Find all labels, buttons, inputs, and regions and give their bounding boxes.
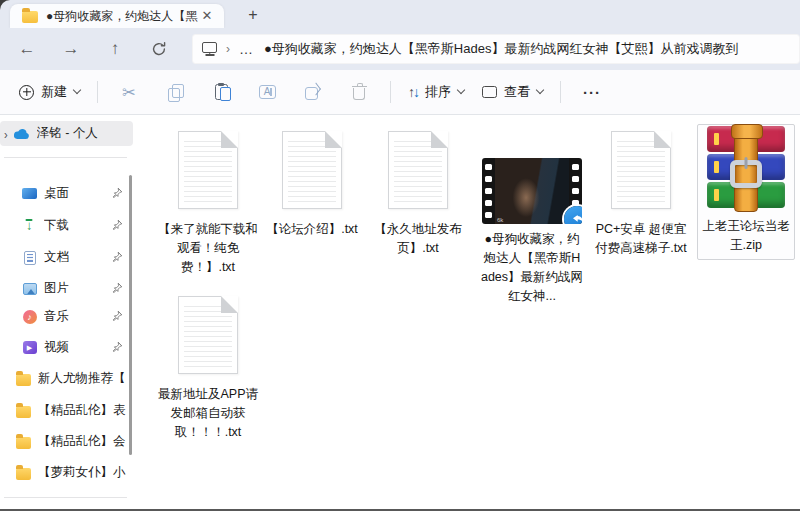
file-item-zip-selected[interactable]: 上老王论坛当老王.zip bbox=[697, 124, 795, 260]
pin-icon bbox=[111, 251, 123, 263]
sidebar-folder-label: 【精品乱伦】表 bbox=[38, 402, 126, 419]
paste-button[interactable] bbox=[203, 76, 239, 108]
sort-button[interactable]: ↑↓ 排序 bbox=[399, 77, 473, 107]
tab-title: ●母狗收藏家，约炮达人【黑 bbox=[46, 8, 198, 25]
rename-button[interactable]: A bbox=[249, 76, 285, 108]
music-icon: ♪ bbox=[22, 309, 37, 324]
video-frame: 6k bbox=[495, 158, 569, 224]
scissors-icon: ✂ bbox=[122, 83, 135, 102]
breadcrumb-ellipsis[interactable]: … bbox=[239, 41, 254, 57]
sort-button-label: 排序 bbox=[425, 83, 451, 101]
sidebar-item-label: 下载 bbox=[44, 217, 69, 234]
file-item[interactable]: PC+安卓 超便宜付费高速梯子.txt bbox=[589, 126, 693, 258]
folder-icon bbox=[22, 11, 38, 23]
chevron-down-icon bbox=[457, 86, 465, 94]
videos-icon: ▶ bbox=[22, 340, 37, 355]
forward-button[interactable]: → bbox=[54, 34, 88, 64]
folder-icon bbox=[16, 437, 31, 449]
pin-icon bbox=[111, 310, 123, 322]
pictures-icon bbox=[22, 281, 37, 296]
file-name: 【永久地址发布页】.txt bbox=[367, 220, 470, 258]
file-list-area[interactable]: 【来了就能下载和观看！纯免费！】.txt 【论坛介绍】.txt 【永久地址发布页… bbox=[133, 115, 800, 509]
tab-close-icon[interactable]: ✕ bbox=[198, 7, 216, 25]
video-watermark: 6k bbox=[497, 217, 503, 223]
up-button[interactable]: ↑ bbox=[98, 34, 132, 64]
pin-icon bbox=[111, 219, 123, 231]
video-thumbnail: 6k bbox=[482, 158, 582, 224]
new-button-label: 新建 bbox=[41, 83, 67, 101]
file-item[interactable]: 最新地址及APP请发邮箱自动获取！！！.txt bbox=[156, 291, 260, 442]
sidebar-scrollbar[interactable] bbox=[129, 175, 132, 455]
share-icon bbox=[305, 85, 321, 100]
refresh-button[interactable] bbox=[142, 34, 176, 64]
this-pc-icon bbox=[202, 42, 217, 53]
file-item[interactable]: 【永久地址发布页】.txt bbox=[366, 126, 470, 258]
file-item-video[interactable]: 6k ●母狗收藏家，约炮达人【黑帝斯Hades】最新约战网红女神... bbox=[480, 126, 584, 306]
copy-icon bbox=[168, 84, 183, 100]
sidebar-folder-label: 【萝莉女仆】小 bbox=[38, 464, 126, 481]
breadcrumb-current-folder[interactable]: ●母狗收藏家，约炮达人【黑帝斯Hades】最新约战网红女神【艾熙】从前戏调教到 bbox=[264, 40, 794, 58]
sidebar-item-label: 图片 bbox=[44, 280, 69, 297]
sidebar-item-videos[interactable]: ▶ 视频 bbox=[0, 335, 133, 360]
sidebar-folder-item[interactable]: 【精品乱伦】会 bbox=[0, 429, 133, 454]
sidebar-item-label: 音乐 bbox=[44, 308, 69, 325]
back-button[interactable]: ← bbox=[10, 34, 44, 64]
share-button[interactable] bbox=[295, 76, 331, 108]
pin-icon bbox=[111, 187, 123, 199]
explorer-tab[interactable]: ●母狗收藏家，约炮达人【黑 ✕ bbox=[10, 4, 224, 28]
ellipsis-icon: ··· bbox=[583, 84, 601, 101]
tree-expand-icon[interactable]: › bbox=[4, 126, 8, 140]
trash-icon bbox=[353, 88, 365, 100]
folder-icon bbox=[16, 374, 31, 386]
view-icon bbox=[482, 86, 497, 98]
title-bar: ●母狗收藏家，约炮达人【黑 ✕ + bbox=[0, 0, 800, 28]
sidebar-item-desktop[interactable]: 桌面 bbox=[0, 181, 133, 206]
sidebar-folder-item[interactable]: 【萝莉女仆】小 bbox=[0, 460, 133, 485]
sidebar-item-label: 视频 bbox=[44, 339, 69, 356]
text-file-icon bbox=[178, 296, 238, 374]
refresh-icon bbox=[151, 41, 167, 57]
file-name: 最新地址及APP请发邮箱自动获取！！！.txt bbox=[157, 385, 260, 442]
navigation-pane: › 泽铭 - 个人 桌面 ↑ 下载 文档 bbox=[0, 115, 133, 509]
cut-button[interactable]: ✂ bbox=[111, 76, 147, 108]
text-file-icon bbox=[388, 131, 448, 209]
file-name: 【来了就能下载和观看！纯免费！】.txt bbox=[157, 220, 260, 277]
delete-button[interactable] bbox=[341, 76, 377, 108]
pin-icon bbox=[111, 282, 123, 294]
sidebar-item-pictures[interactable]: 图片 bbox=[0, 276, 133, 301]
sidebar-item-downloads[interactable]: ↑ 下载 bbox=[0, 213, 133, 238]
file-name: PC+安卓 超便宜付费高速梯子.txt bbox=[590, 220, 693, 258]
sidebar-separator bbox=[4, 157, 127, 158]
sidebar-folder-item[interactable]: 【精品乱伦】表 bbox=[0, 398, 133, 423]
sidebar-item-label: 文档 bbox=[44, 249, 69, 266]
sidebar-item-documents[interactable]: 文档 bbox=[0, 245, 133, 270]
text-file-icon bbox=[178, 131, 238, 209]
see-more-button[interactable]: ··· bbox=[574, 76, 610, 108]
sidebar-item-label: 桌面 bbox=[44, 185, 69, 202]
folder-icon bbox=[16, 406, 31, 418]
new-button[interactable]: 新建 bbox=[10, 77, 89, 107]
toolbar-divider bbox=[390, 81, 391, 103]
command-toolbar: 新建 ✂ A ↑↓ 排序 查看 ··· bbox=[0, 70, 800, 115]
onedrive-label: 泽铭 - 个人 bbox=[37, 125, 98, 142]
sidebar-item-music[interactable]: ♪ 音乐 bbox=[0, 304, 133, 329]
pin-icon bbox=[111, 341, 123, 353]
copy-button[interactable] bbox=[157, 76, 193, 108]
file-item[interactable]: 【来了就能下载和观看！纯免费！】.txt bbox=[156, 126, 260, 277]
paste-icon bbox=[215, 84, 228, 100]
address-bar[interactable]: › … ●母狗收藏家，约炮达人【黑帝斯Hades】最新约战网红女神【艾熙】从前戏… bbox=[192, 34, 800, 64]
file-item[interactable]: 【论坛介绍】.txt bbox=[260, 126, 364, 239]
new-tab-button[interactable]: + bbox=[240, 4, 266, 26]
toolbar-divider bbox=[560, 81, 561, 103]
view-button[interactable]: 查看 bbox=[473, 77, 552, 107]
sidebar-separator bbox=[4, 497, 127, 498]
sidebar-folder-item[interactable]: 新人尤物推荐【 bbox=[0, 366, 133, 391]
text-file-icon bbox=[282, 131, 342, 209]
file-name: ●母狗收藏家，约炮达人【黑帝斯Hades】最新约战网红女神... bbox=[481, 230, 584, 306]
winrar-archive-icon bbox=[707, 126, 785, 210]
text-file-icon bbox=[611, 131, 671, 209]
sort-arrows-icon: ↑↓ bbox=[408, 84, 418, 100]
documents-icon bbox=[22, 250, 37, 265]
chevron-down-icon bbox=[536, 86, 544, 94]
sidebar-item-onedrive[interactable]: › 泽铭 - 个人 bbox=[0, 121, 133, 146]
